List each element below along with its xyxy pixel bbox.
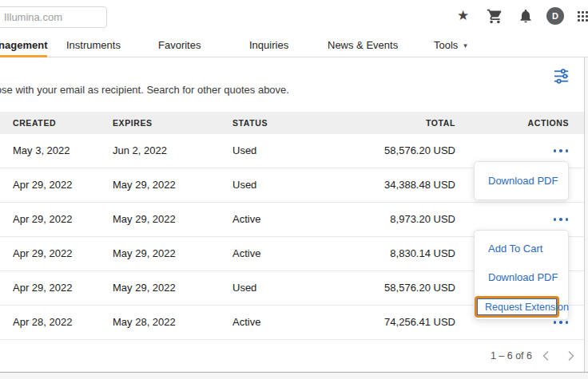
pagination-bar: 1 – 6 of 6 bbox=[0, 340, 588, 372]
cell-total: 74,256.41 USD bbox=[384, 306, 455, 339]
cell-status: Used bbox=[232, 134, 256, 168]
tab-instruments[interactable]: Instruments bbox=[66, 35, 121, 57]
tab-quote-management[interactable]: Management bbox=[0, 35, 47, 57]
cell-expires: May 29, 2022 bbox=[113, 203, 176, 236]
filter-icon[interactable] bbox=[552, 67, 570, 85]
search-input[interactable] bbox=[0, 6, 107, 28]
cell-created: Apr 29, 2022 bbox=[13, 203, 72, 236]
column-header-actions: ACTIONS bbox=[528, 112, 569, 134]
cell-expires: May 29, 2022 bbox=[113, 168, 176, 202]
tab-tools-label: Tools bbox=[434, 39, 458, 51]
cell-total: 8,973.20 USD bbox=[390, 203, 455, 236]
page-range-label: 1 – 6 of 6 bbox=[491, 340, 532, 372]
cell-total: 58,576.20 USD bbox=[384, 271, 455, 305]
cell-created: Apr 28, 2022 bbox=[13, 306, 72, 339]
cell-status: Active bbox=[232, 306, 260, 339]
cell-total: 58,576.20 USD bbox=[384, 134, 455, 168]
cell-total: 34,388.48 USD bbox=[384, 168, 455, 202]
cell-status: Used bbox=[232, 168, 256, 202]
cell-expires: Jun 2, 2022 bbox=[113, 134, 167, 168]
column-header-status: STATUS bbox=[232, 112, 268, 134]
column-header-expires: EXPIRES bbox=[113, 112, 153, 134]
page-right-edge bbox=[584, 57, 588, 372]
cell-created: Apr 29, 2022 bbox=[13, 237, 72, 270]
menu-item-download-pdf[interactable]: Download PDF bbox=[475, 162, 568, 199]
cell-status: Used bbox=[232, 271, 256, 305]
row1-actions-menu: Download PDF bbox=[474, 161, 569, 200]
cell-created: Apr 29, 2022 bbox=[13, 168, 72, 202]
column-header-created: CREATED bbox=[13, 112, 56, 134]
next-page-chevron-icon[interactable] bbox=[564, 349, 577, 362]
cell-created: Apr 29, 2022 bbox=[13, 271, 72, 305]
cell-total: 8,830.14 USD bbox=[390, 237, 455, 270]
page-bottom-edge bbox=[0, 372, 588, 379]
annotation-highlight-box: Request Extension bbox=[475, 296, 559, 318]
cell-status: Active bbox=[232, 237, 260, 270]
intro-text: those with your email as recipient. Sear… bbox=[0, 84, 289, 96]
table-header: CREATED EXPIRES STATUS TOTAL ACTIONS bbox=[0, 112, 588, 134]
user-avatar[interactable]: D bbox=[546, 7, 564, 25]
menu-item-add-to-cart[interactable]: Add To Cart bbox=[475, 235, 568, 263]
star-icon[interactable]: ★ bbox=[457, 8, 469, 24]
cell-created: May 3, 2022 bbox=[13, 134, 70, 168]
chevron-down-icon: ▾ bbox=[463, 35, 467, 56]
apps-grid-icon[interactable] bbox=[578, 11, 588, 23]
menu-item-download-pdf[interactable]: Download PDF bbox=[475, 263, 568, 292]
tab-favorites[interactable]: Favorites bbox=[158, 35, 201, 57]
menu-item-request-extension[interactable]: Request Extension bbox=[477, 298, 557, 315]
cell-expires: May 28, 2022 bbox=[113, 306, 176, 339]
tab-news-events[interactable]: News & Events bbox=[328, 35, 398, 57]
main-nav: Management Instruments Favorites Inquiri… bbox=[0, 35, 588, 57]
cell-expires: May 29, 2022 bbox=[113, 237, 176, 270]
bell-icon[interactable] bbox=[518, 8, 534, 24]
tab-inquiries[interactable]: Inquiries bbox=[249, 35, 288, 57]
cell-status: Active bbox=[232, 203, 260, 236]
column-header-total: TOTAL bbox=[426, 112, 455, 134]
row3-actions-menu: Add To Cart Download PDF Request Extensi… bbox=[474, 230, 569, 320]
cart-icon[interactable] bbox=[487, 8, 503, 25]
quote-management-page: ★ D Management Instruments Favorites Inq… bbox=[0, 0, 588, 379]
prev-page-chevron-icon[interactable] bbox=[540, 349, 553, 362]
cell-expires: May 29, 2022 bbox=[113, 271, 176, 305]
tab-tools[interactable]: Tools▾ bbox=[434, 35, 467, 57]
